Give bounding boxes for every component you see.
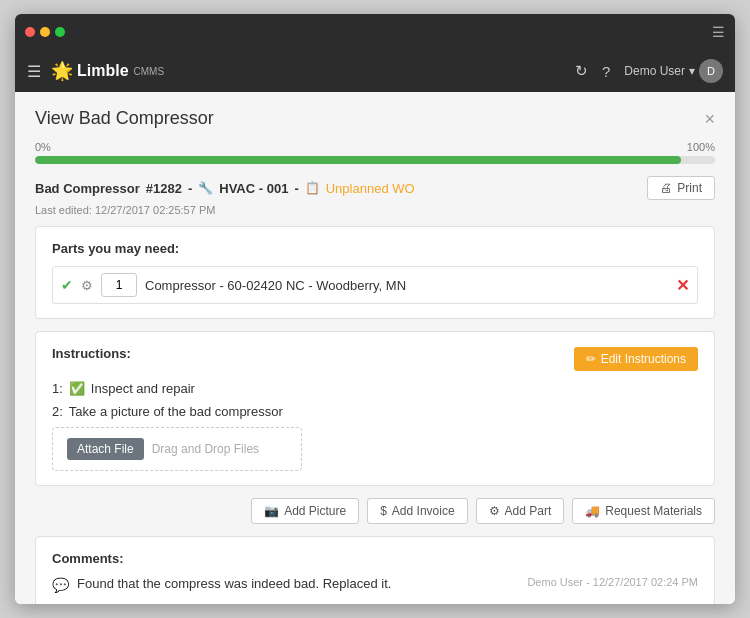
part-row: ✔ ⚙ Compressor - 60-02420 NC - Woodberry…	[52, 266, 698, 304]
topbar: ☰ 🌟 Limble CMMS ↻ ? Demo User ▾ D	[15, 50, 735, 92]
instructions-header: Instructions: ✏ Edit Instructions	[52, 346, 698, 371]
minimize-dot[interactable]	[40, 27, 50, 37]
topbar-actions: ↻ ? Demo User ▾ D	[575, 59, 723, 83]
main-content: View Bad Compressor × 0% 100% Bad Compre…	[15, 92, 735, 604]
add-picture-button[interactable]: 📷 Add Picture	[251, 498, 359, 524]
avatar: D	[699, 59, 723, 83]
truck-icon: 🚚	[585, 504, 600, 518]
instruction-text-2: Take a picture of the bad compressor	[69, 404, 283, 419]
instruction-item-1: 1: ✅ Inspect and repair	[52, 381, 698, 396]
instruction-text-1: Inspect and repair	[91, 381, 195, 396]
comment-meta: Demo User - 12/27/2017 02:24 PM	[527, 576, 698, 588]
maximize-dot[interactable]	[55, 27, 65, 37]
parts-title: Parts you may need:	[52, 241, 698, 256]
logo-icon: 🌟	[51, 60, 73, 82]
window-controls	[25, 27, 65, 37]
progress-fill	[35, 156, 681, 164]
logo-cms: CMMS	[134, 66, 165, 77]
instruction-num-2: 2:	[52, 404, 63, 419]
progress-container: 0% 100%	[35, 141, 715, 164]
print-icon: 🖨	[660, 181, 672, 195]
pencil-icon: ✏	[586, 352, 596, 366]
asset-info: Bad Compressor #1282 - 🔧 HVAC - 001 - 📋 …	[35, 181, 415, 196]
instructions-title: Instructions:	[52, 346, 131, 361]
edit-instructions-button[interactable]: ✏ Edit Instructions	[574, 347, 698, 371]
camera-icon: 📷	[264, 504, 279, 518]
wo-icon: 📋	[305, 181, 320, 195]
part-qty-input[interactable]	[101, 273, 137, 297]
part-gear-icon[interactable]: ⚙	[81, 278, 93, 293]
logo: 🌟 Limble CMMS	[51, 60, 164, 82]
dollar-icon: $	[380, 504, 387, 518]
progress-start-label: 0%	[35, 141, 51, 153]
close-button[interactable]: ×	[704, 110, 715, 128]
file-upload-area: Attach File Drag and Drop Files	[52, 427, 302, 471]
page-title: View Bad Compressor	[35, 108, 214, 129]
asset-location: HVAC - 001	[219, 181, 288, 196]
menu-icon[interactable]: ☰	[712, 24, 725, 40]
chevron-down-icon: ▾	[689, 64, 695, 78]
request-materials-button[interactable]: 🚚 Request Materials	[572, 498, 715, 524]
wo-type-link[interactable]: Unplanned WO	[326, 181, 415, 196]
separator-dot2: -	[294, 181, 298, 196]
print-button[interactable]: 🖨 Print	[647, 176, 715, 200]
refresh-icon[interactable]: ↻	[575, 62, 588, 80]
user-menu[interactable]: Demo User ▾ D	[624, 59, 723, 83]
main-window: ☰ ☰ 🌟 Limble CMMS ↻ ? Demo User ▾ D View…	[15, 14, 735, 604]
gear-icon: ⚙	[489, 504, 500, 518]
comments-title: Comments:	[52, 551, 698, 566]
part-delete-button[interactable]: ✕	[676, 276, 689, 295]
page-header: View Bad Compressor ×	[35, 108, 715, 129]
logo-text: Limble	[77, 62, 129, 80]
title-bar: ☰	[15, 14, 735, 50]
help-icon[interactable]: ?	[602, 63, 610, 80]
hvac-icon: 🔧	[198, 181, 213, 195]
separator-dot: -	[188, 181, 192, 196]
comments-section: Comments: 💬 Found that the compress was …	[35, 536, 715, 604]
part-name: Compressor - 60-02420 NC - Woodberry, MN	[145, 278, 668, 293]
parts-section: Parts you may need: ✔ ⚙ Compressor - 60-…	[35, 226, 715, 319]
part-check-icon: ✔	[61, 277, 73, 293]
attach-file-button[interactable]: Attach File	[67, 438, 144, 460]
add-part-button[interactable]: ⚙ Add Part	[476, 498, 565, 524]
comment-icon: 💬	[52, 577, 69, 593]
drag-drop-label: Drag and Drop Files	[152, 442, 259, 456]
action-buttons: 📷 Add Picture $ Add Invoice ⚙ Add Part 🚚…	[35, 498, 715, 524]
hamburger-icon[interactable]: ☰	[27, 62, 41, 81]
instructions-section: Instructions: ✏ Edit Instructions 1: ✅ I…	[35, 331, 715, 486]
last-edited: Last edited: 12/27/2017 02:25:57 PM	[35, 204, 715, 216]
progress-labels: 0% 100%	[35, 141, 715, 153]
asset-info-row: Bad Compressor #1282 - 🔧 HVAC - 001 - 📋 …	[35, 176, 715, 200]
asset-id: #1282	[146, 181, 182, 196]
add-invoice-button[interactable]: $ Add Invoice	[367, 498, 467, 524]
comment-row: 💬 Found that the compress was indeed bad…	[52, 576, 698, 593]
close-dot[interactable]	[25, 27, 35, 37]
asset-name: Bad Compressor	[35, 181, 140, 196]
user-label: Demo User	[624, 64, 685, 78]
instruction-check-icon-1: ✅	[69, 381, 85, 396]
progress-end-label: 100%	[687, 141, 715, 153]
comment-text: Found that the compress was indeed bad. …	[77, 576, 519, 591]
instruction-num-1: 1:	[52, 381, 63, 396]
instruction-item-2: 2: Take a picture of the bad compressor	[52, 404, 698, 419]
progress-bar	[35, 156, 715, 164]
